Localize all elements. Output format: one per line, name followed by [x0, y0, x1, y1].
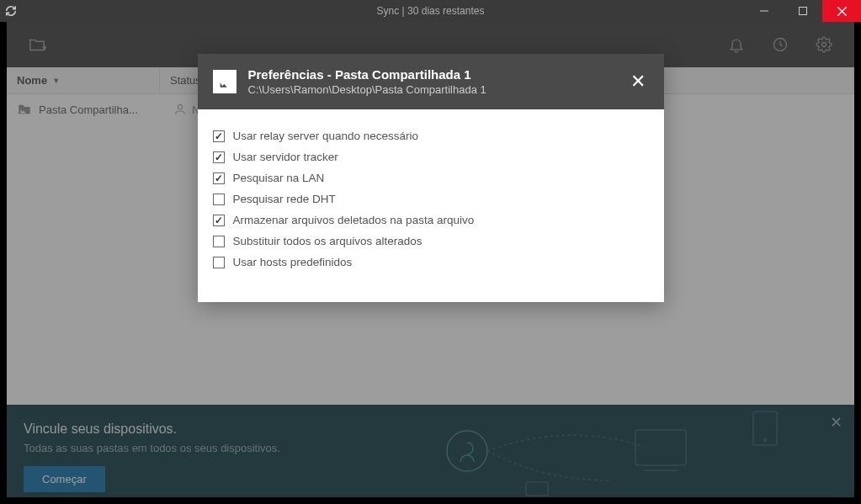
- window-title: Sync | 30 dias restantes: [377, 5, 485, 17]
- window-controls: [745, 0, 861, 22]
- maximize-button[interactable]: [784, 0, 822, 22]
- modal-option[interactable]: Pesquisar rede DHT: [213, 193, 649, 205]
- sync-app-icon: [0, 0, 22, 22]
- modal-title: Preferências - Pasta Compartilhada 1: [248, 67, 627, 82]
- option-label: Pesquisar rede DHT: [233, 193, 336, 205]
- checkbox[interactable]: [213, 130, 225, 142]
- option-label: Usar hosts predefinidos: [233, 256, 353, 268]
- modal-option[interactable]: Armazenar arquivos deletados na pasta ar…: [213, 214, 649, 226]
- option-label: Pesquisar na LAN: [233, 172, 325, 184]
- modal-subtitle: C:\Users\Ramon\Desktop\Pasta Compartilha…: [248, 83, 627, 96]
- checkbox[interactable]: [213, 151, 225, 163]
- checkbox[interactable]: [213, 215, 225, 226]
- window-titlebar: Sync | 30 dias restantes: [0, 0, 861, 22]
- checkbox[interactable]: [213, 236, 225, 247]
- modal-close-button[interactable]: ✕: [627, 71, 649, 93]
- modal-folder-icon: [213, 70, 237, 93]
- checkbox[interactable]: [213, 257, 225, 268]
- modal-option[interactable]: Usar servidor tracker: [213, 151, 649, 163]
- modal-header: Preferências - Pasta Compartilhada 1 C:\…: [198, 54, 664, 109]
- svg-rect-1: [800, 8, 807, 15]
- option-label: Armazenar arquivos deletados na pasta ar…: [233, 214, 475, 226]
- modal-option[interactable]: Usar relay server quando necessário: [213, 130, 649, 142]
- checkbox[interactable]: [213, 194, 225, 205]
- option-label: Usar servidor tracker: [233, 151, 338, 163]
- preferences-modal: Preferências - Pasta Compartilhada 1 C:\…: [198, 54, 664, 302]
- option-label: Usar relay server quando necessário: [233, 130, 419, 142]
- modal-option[interactable]: Substituir todos os arquivos alterados: [213, 235, 649, 247]
- window-close-button[interactable]: [822, 0, 861, 22]
- modal-option[interactable]: Usar hosts predefinidos: [213, 256, 649, 268]
- option-label: Substituir todos os arquivos alterados: [233, 235, 423, 247]
- checkbox[interactable]: [213, 172, 225, 184]
- modal-overlay[interactable]: Preferências - Pasta Compartilhada 1 C:\…: [7, 22, 854, 497]
- modal-body: Usar relay server quando necessárioUsar …: [198, 109, 664, 302]
- modal-option[interactable]: Pesquisar na LAN: [213, 172, 649, 184]
- minimize-button[interactable]: [745, 0, 784, 22]
